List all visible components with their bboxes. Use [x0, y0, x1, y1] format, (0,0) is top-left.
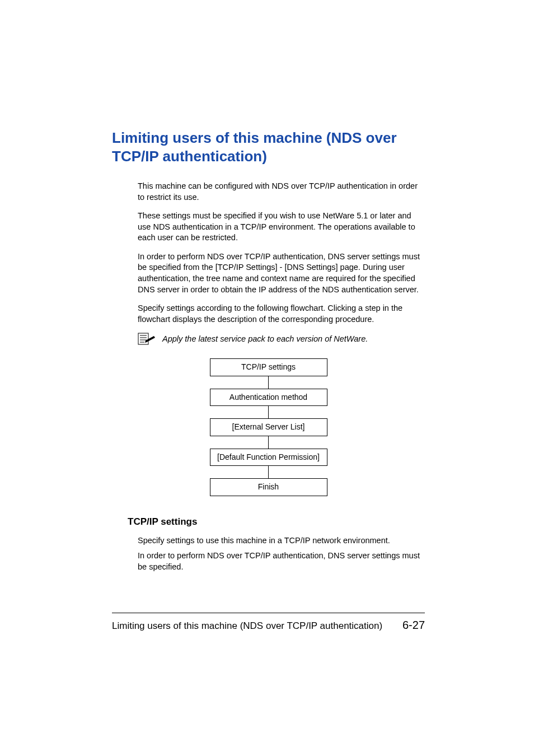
flowchart-connector [268, 376, 269, 389]
flowchart-step-finish: Finish [210, 478, 327, 496]
note-icon [138, 333, 156, 345]
body-paragraph: This machine can be configured with NDS … [138, 181, 425, 203]
body-paragraph: Specify settings according to the follow… [138, 303, 425, 325]
note: Apply the latest service pack to each ve… [138, 333, 425, 345]
body-paragraph: These settings must be specified if you … [138, 211, 425, 244]
flowchart-step-auth-method[interactable]: Authentication method [210, 389, 327, 407]
note-text: Apply the latest service pack to each ve… [162, 334, 368, 343]
flowchart-step-default-permission[interactable]: [Default Function Permission] [210, 449, 327, 466]
body-paragraph: Specify settings to use this machine in … [138, 535, 425, 547]
footer-title: Limiting users of this machine (NDS over… [112, 620, 382, 632]
flowchart-connector [268, 466, 269, 478]
page-title: Limiting users of this machine (NDS over… [112, 129, 425, 165]
body-paragraph: In order to perform NDS over TCP/IP auth… [138, 550, 425, 572]
footer-rule [112, 613, 425, 613]
body-paragraph: In order to perform NDS over TCP/IP auth… [138, 251, 425, 295]
flowchart-step-external-server[interactable]: [External Server List] [210, 418, 327, 436]
flowchart-connector [268, 406, 269, 418]
svg-rect-0 [138, 333, 148, 344]
flowchart-step-tcpip[interactable]: TCP/IP settings [210, 358, 327, 376]
section-heading-tcpip: TCP/IP settings [128, 516, 425, 528]
flowchart: TCP/IP settings Authentication method [E… [112, 358, 425, 496]
footer-page-number: 6-27 [402, 619, 425, 632]
page-footer: Limiting users of this machine (NDS over… [112, 613, 425, 632]
flowchart-connector [268, 436, 269, 449]
